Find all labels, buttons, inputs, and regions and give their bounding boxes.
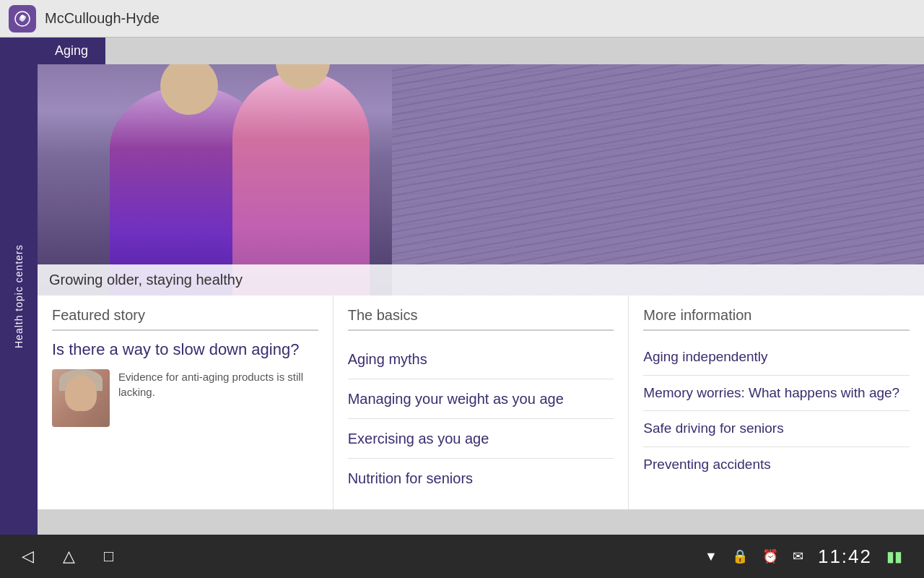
battery-icon: ▮▮	[886, 548, 902, 565]
basics-item-2[interactable]: Exercising as you age	[348, 419, 614, 459]
more-item-2[interactable]: Safe driving for seniors	[643, 411, 910, 447]
top-bar: McCullough-Hyde	[0, 0, 924, 38]
featured-story-description: Evidence for anti-aging products is stil…	[118, 369, 318, 400]
nav-icons-left: ◁ △ □	[22, 547, 113, 566]
hero-caption: Growing older, staying healthy	[38, 264, 924, 296]
basics-title: The basics	[348, 307, 614, 331]
lock-icon: 🔒	[732, 548, 748, 564]
thumb-face	[65, 375, 97, 411]
featured-story-title: Featured story	[52, 307, 318, 331]
more-item-0[interactable]: Aging independently	[643, 340, 910, 376]
home-button[interactable]: △	[63, 547, 75, 566]
recent-apps-button[interactable]: □	[104, 547, 113, 566]
more-info-section: More information Aging independently Mem…	[629, 296, 924, 509]
person-2-body	[232, 72, 370, 296]
featured-story-content: Evidence for anti-aging products is stil…	[52, 369, 318, 427]
main-content: Aging Growing older, staying healthy Fea…	[38, 38, 924, 578]
basics-section: The basics Aging myths Managing your wei…	[334, 296, 629, 509]
more-item-3[interactable]: Preventing accidents	[643, 447, 910, 483]
nav-icons-right: ▼ 🔒 ⏰ ✉ 11:42 ▮▮	[705, 545, 902, 568]
sidebar-label: Health topic centers	[13, 52, 25, 540]
app-icon	[9, 5, 36, 33]
bottom-navigation-bar: ◁ △ □ ▼ 🔒 ⏰ ✉ 11:42 ▮▮	[0, 535, 924, 578]
wifi-icon: ▼	[705, 549, 718, 564]
featured-story-headline[interactable]: Is there a way to slow down aging?	[52, 340, 318, 361]
sidebar: Health topic centers ›	[0, 38, 38, 578]
more-item-1[interactable]: Memory worries: What happens with age?	[643, 376, 910, 412]
hero-people-figure	[52, 64, 449, 296]
basics-item-1[interactable]: Managing your weight as you age	[348, 379, 614, 419]
svg-point-1	[21, 14, 25, 18]
lavender-field	[392, 64, 924, 296]
person-1-head	[160, 64, 218, 115]
alarm-icon: ⏰	[762, 548, 778, 564]
content-sections: Featured story Is there a way to slow do…	[38, 296, 924, 509]
email-icon: ✉	[793, 548, 803, 564]
hero-caption-text: Growing older, staying healthy	[49, 272, 243, 288]
back-button[interactable]: ◁	[22, 547, 34, 566]
hero-section: Growing older, staying healthy	[38, 64, 924, 296]
person-2-head	[276, 64, 330, 90]
aging-tab[interactable]: Aging	[38, 38, 105, 64]
featured-story-thumbnail	[52, 369, 110, 427]
clock-display: 11:42	[818, 545, 872, 568]
basics-item-3[interactable]: Nutrition for seniors	[348, 459, 614, 498]
more-info-title: More information	[643, 307, 910, 331]
featured-story-section: Featured story Is there a way to slow do…	[38, 296, 334, 509]
app-title: McCullough-Hyde	[45, 10, 160, 27]
basics-item-0[interactable]: Aging myths	[348, 340, 614, 379]
